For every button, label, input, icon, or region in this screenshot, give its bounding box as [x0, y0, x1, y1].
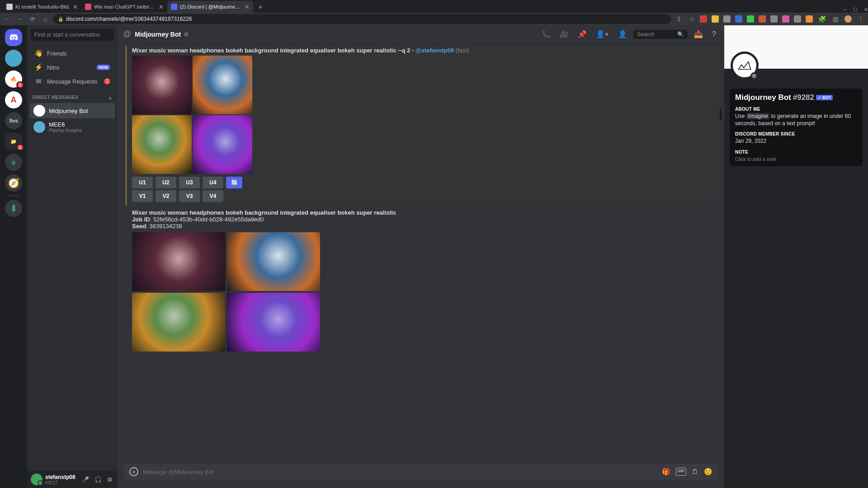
user-profile-icon[interactable]: 👤 — [615, 30, 630, 38]
new-tab-button[interactable]: + — [255, 2, 266, 13]
gif-button[interactable]: GIF — [676, 468, 686, 476]
message-requests-tab[interactable]: ✉ Message Requests 1 — [30, 75, 115, 88]
forward-icon[interactable]: → — [15, 15, 24, 23]
share-icon[interactable]: ⇪ — [675, 15, 684, 23]
download-button[interactable]: ⬇ — [5, 200, 22, 217]
generated-image[interactable] — [132, 293, 225, 352]
settings-icon[interactable]: ⚙ — [106, 476, 114, 483]
extension-icon[interactable] — [735, 15, 742, 23]
generated-image[interactable] — [132, 232, 225, 291]
avatar — [33, 105, 45, 117]
image-grid[interactable] — [132, 56, 252, 174]
maximize-icon[interactable]: ☐ — [853, 7, 858, 13]
browser-tab[interactable]: KI erstellt Tonstudio-Bild. ✕ — [3, 1, 81, 13]
v4-button[interactable]: V4 — [203, 190, 223, 202]
reroll-button[interactable]: 🔄 — [226, 177, 242, 188]
requests-count-badge: 1 — [104, 78, 110, 84]
message: Mixer music woman headphones bokeh backg… — [126, 46, 719, 206]
u4-button[interactable]: U4 — [203, 177, 223, 188]
minimize-icon[interactable]: ─ — [843, 7, 847, 13]
extension-icon[interactable] — [723, 15, 731, 23]
help-icon[interactable]: ? — [709, 30, 719, 38]
extension-icon[interactable] — [806, 15, 813, 23]
mention[interactable]: @stefanstp08 — [415, 47, 454, 54]
u3-button[interactable]: U3 — [179, 177, 200, 188]
extension-icon[interactable] — [782, 15, 789, 23]
mode-label: (fast) — [456, 47, 469, 54]
friends-tab[interactable]: 👋 Friends — [30, 47, 115, 60]
user-discriminator: #3117 — [45, 480, 78, 485]
browser-tab[interactable]: Wie man ChatGPT beibringt, be ✕ — [81, 1, 167, 13]
generated-image[interactable] — [132, 115, 192, 174]
search-icon: 🔍 — [677, 31, 684, 38]
puzzle-icon[interactable]: 🧩 — [817, 15, 826, 23]
scrollbar-thumb[interactable] — [720, 108, 722, 120]
v1-button[interactable]: V1 — [132, 190, 153, 202]
note-input[interactable]: Click to add a note — [735, 156, 857, 162]
deafen-icon[interactable]: 🎧 — [93, 476, 103, 483]
emoji-icon[interactable]: 😊 — [704, 468, 712, 476]
message-input[interactable]: + Message @Midjourney Bot 🎁 GIF 🗒 😊 — [124, 464, 718, 480]
nitro-tab[interactable]: ⚡ Nitro NEW — [30, 61, 115, 74]
extension-icon[interactable] — [712, 15, 719, 23]
pin-icon[interactable]: 📌 — [575, 30, 590, 38]
extension-icon[interactable] — [770, 15, 778, 23]
add-server-button[interactable]: ＋ — [5, 154, 22, 171]
attach-icon[interactable]: + — [129, 467, 138, 476]
extension-icon[interactable] — [759, 15, 766, 23]
job-id-line: Job ID: 52fe56cd-453b-40dd-b028-492e55da… — [132, 216, 719, 223]
close-icon[interactable]: ✕ — [245, 4, 250, 10]
mute-icon[interactable]: 🎤 — [80, 476, 90, 483]
message-list[interactable]: Mixer music woman headphones bokeh backg… — [118, 43, 724, 459]
search-input[interactable]: Search 🔍 — [633, 30, 688, 39]
generated-image[interactable] — [132, 56, 192, 114]
reload-icon[interactable]: ⟳ — [28, 15, 37, 23]
profile-tag: #9282 — [793, 93, 814, 102]
server-item[interactable]: 🔥1 — [5, 70, 22, 88]
gift-icon[interactable]: 🎁 — [662, 468, 670, 476]
dm-item-mee6[interactable]: MEE6 Playing /imagine — [30, 119, 115, 135]
extensions: 🧩 ▥ ⋮ — [700, 15, 865, 23]
image-grid-large[interactable] — [132, 232, 320, 352]
sticker-icon[interactable]: 🗒 — [692, 468, 698, 476]
generated-image[interactable] — [227, 293, 320, 352]
server-item[interactable]: A — [5, 91, 22, 108]
generated-image[interactable] — [227, 232, 320, 291]
v3-button[interactable]: V3 — [179, 190, 200, 202]
server-item[interactable] — [5, 50, 22, 67]
extension-icon[interactable] — [700, 15, 707, 23]
add-friend-icon[interactable]: 👤+ — [593, 30, 612, 38]
u2-button[interactable]: U2 — [156, 177, 176, 188]
bookmark-icon[interactable]: ☆ — [687, 15, 696, 23]
close-window-icon[interactable]: ✕ — [864, 7, 868, 13]
server-folder[interactable]: 📁1 — [5, 133, 22, 150]
home-button[interactable] — [5, 29, 22, 46]
kebab-icon[interactable]: ⋮ — [856, 15, 865, 23]
dm-item-midjourney[interactable]: Midjourney Bot — [30, 103, 115, 118]
explore-button[interactable]: 🧭 — [5, 174, 22, 192]
u1-button[interactable]: U1 — [132, 177, 153, 188]
create-dm-button[interactable]: + — [108, 95, 112, 102]
v2-button[interactable]: V2 — [156, 190, 176, 202]
extension-icon[interactable] — [747, 15, 754, 23]
close-icon[interactable]: ✕ — [159, 4, 164, 10]
server-item[interactable]: Svs — [5, 112, 22, 129]
video-call-icon[interactable]: 🎥 — [557, 30, 571, 38]
at-icon: @ — [123, 29, 131, 39]
browser-tab-active[interactable]: (2) Discord | @Midjourney Bot ✕ — [167, 1, 253, 13]
inbox-icon[interactable]: 📥 — [691, 30, 706, 38]
generated-image[interactable] — [193, 56, 252, 114]
voice-call-icon[interactable]: 📞 — [539, 30, 553, 38]
generated-image[interactable] — [193, 115, 252, 174]
side-panel-icon[interactable]: ▥ — [831, 15, 840, 23]
profile-avatar[interactable] — [844, 15, 852, 23]
find-conversation-input[interactable]: Find or start a conversation — [31, 29, 114, 41]
avatar[interactable] — [31, 474, 42, 485]
extension-icon[interactable] — [794, 15, 801, 23]
main-content: @ Midjourney Bot 📞 🎥 📌 👤+ 👤 Search 🔍 📥 ?… — [118, 25, 724, 488]
home-icon[interactable]: ⌂ — [41, 15, 50, 23]
profile-name: Midjourney Bot — [735, 93, 791, 102]
close-icon[interactable]: ✕ — [73, 4, 78, 10]
url-bar[interactable]: 🔒 discord.com/channels/@me/1063443749197… — [53, 14, 671, 24]
back-icon[interactable]: ← — [3, 15, 12, 23]
